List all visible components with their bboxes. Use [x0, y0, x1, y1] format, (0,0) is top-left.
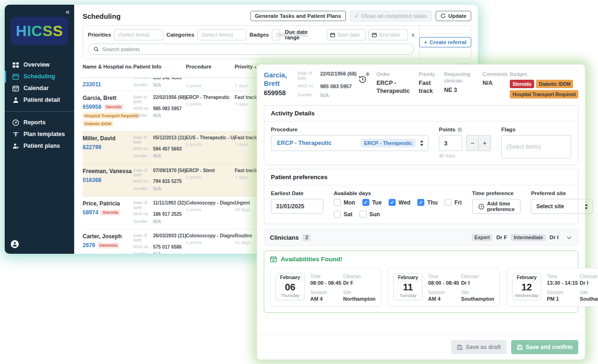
- templates-icon: [12, 131, 19, 138]
- badges-select[interactable]: (Select items): [272, 29, 280, 40]
- procedure-select[interactable]: ERCP - Therapeutic ERCP - Therapeutic: [271, 135, 429, 151]
- start-date-input[interactable]: Start date: [327, 29, 366, 40]
- badge-chip: Steroids: [510, 80, 534, 88]
- day-checkbox-mon[interactable]: Mon: [334, 199, 355, 206]
- modal-footer: Save as draft Save and confirm: [257, 334, 585, 359]
- checkbox[interactable]: [445, 199, 452, 206]
- sidebar-item-patient-plans[interactable]: Patient plans: [5, 140, 74, 152]
- checkbox[interactable]: [417, 199, 424, 206]
- chevron-down-icon: [566, 235, 572, 241]
- sidebar-item-plan-templates[interactable]: Plan templates: [5, 129, 74, 140]
- select-arrows-icon: [584, 204, 589, 210]
- checkbox[interactable]: [360, 211, 367, 218]
- sidebar-item-overview[interactable]: Overview: [5, 59, 74, 71]
- hospital-no-link[interactable]: 016368: [83, 177, 101, 183]
- availabilities-panel: Availabilities Found! February 06 Thursd…: [264, 250, 578, 313]
- day-checkbox-wed[interactable]: Wed: [389, 199, 410, 206]
- save-and-confirm-button[interactable]: Save and confirm: [511, 340, 578, 354]
- search-icon: [93, 46, 99, 52]
- filter-panel: Priorities (Select items) Categories (Se…: [83, 25, 471, 59]
- clear-dates-button[interactable]: x: [412, 32, 414, 38]
- create-referral-button[interactable]: + Create referral: [419, 37, 471, 47]
- date-tile: February 06 Thursday: [276, 273, 305, 300]
- hospital-no-link[interactable]: 822799: [83, 144, 101, 151]
- hospital-no: 659958: [264, 89, 293, 97]
- sidebar-item-calendar[interactable]: Calendar: [5, 83, 74, 94]
- date-tile: February 12 Wednesday: [512, 273, 541, 300]
- add-time-preference-button[interactable]: Add time preference: [472, 199, 521, 214]
- calendar-icon: [372, 32, 377, 38]
- hospital-no-link[interactable]: 58974: [83, 209, 98, 216]
- sidebar-item-label: Overview: [23, 61, 50, 68]
- requesting-clinician-label: Requesting clinician: [444, 71, 478, 84]
- checkbox[interactable]: [334, 199, 341, 206]
- sidebar-item-reports[interactable]: Reports: [5, 117, 74, 129]
- day-checkbox-sun[interactable]: Sun: [360, 211, 380, 218]
- end-date-input[interactable]: End date: [368, 29, 408, 40]
- hospital-no-link[interactable]: 659958: [83, 104, 101, 110]
- col-procedure[interactable]: Procedure: [186, 64, 235, 69]
- day-checkbox-fri[interactable]: Fri: [445, 199, 461, 206]
- logo-letter: I: [27, 23, 31, 40]
- generate-tasks-button[interactable]: Generate Tasks and Patient Plans: [250, 11, 346, 21]
- clinicians-title: Clinicians: [270, 234, 299, 241]
- hicss-logo: HICSS: [11, 17, 68, 45]
- col-patient-info[interactable]: Patient Info: [133, 64, 186, 69]
- check-icon: ✓: [354, 13, 359, 19]
- day-checkbox-tue[interactable]: Tue: [362, 199, 382, 206]
- sidebar-item-scheduling[interactable]: Scheduling: [5, 71, 74, 83]
- clinician-name: Dr F: [496, 235, 507, 240]
- points-decrement-button[interactable]: −: [466, 135, 479, 151]
- points-input[interactable]: 3: [439, 135, 462, 151]
- flags-label: Flags: [501, 127, 571, 132]
- points-increment-button[interactable]: +: [478, 135, 491, 151]
- history-count-badge: 0: [364, 71, 371, 77]
- save-as-draft-button[interactable]: Save as draft: [451, 340, 506, 354]
- available-days-label: Available days: [334, 190, 462, 196]
- update-button[interactable]: Update: [436, 11, 471, 21]
- badge-chip: Diabetic IDDM: [83, 121, 113, 127]
- categories-label: Categories: [166, 32, 194, 38]
- sidebar-item-label: Patient plans: [23, 143, 60, 150]
- sidebar-nav: Overview Scheduling Calendar Patient det…: [5, 59, 74, 152]
- search-input[interactable]: Search patients: [88, 44, 414, 55]
- clinicians-accordion[interactable]: Clinicians 2 Expert Dr F Intermediate Dr…: [264, 229, 578, 246]
- checkbox[interactable]: [334, 211, 341, 218]
- availability-card[interactable]: February 06 Thursday Time08:00 - 08:45 C…: [270, 268, 381, 307]
- sidebar-item-label: Scheduling: [23, 73, 55, 80]
- availability-card[interactable]: February 11 Tuesday Time08:00 - 08:45 Cl…: [388, 268, 500, 307]
- refresh-icon: [440, 13, 446, 19]
- earliest-date-input[interactable]: 31/01/2025: [271, 199, 323, 214]
- checkbox[interactable]: [389, 199, 396, 206]
- sidebar-item-patient-detail[interactable]: Patient detail: [5, 94, 74, 106]
- procedure-label: Procedure: [271, 127, 429, 132]
- close-completed-tasks-button[interactable]: ✓ Close all completed tasks: [350, 10, 432, 22]
- categories-select[interactable]: (Select items): [197, 29, 247, 40]
- day-checkbox-sat[interactable]: Sat: [334, 211, 353, 218]
- sidebar-collapse-icon[interactable]: «: [66, 8, 69, 15]
- patient-preferences-section: Patient preferences Earliest Date 31/01/…: [264, 169, 578, 224]
- sidebar-item-label: Plan templates: [23, 131, 65, 138]
- checkbox[interactable]: [362, 199, 369, 206]
- priorities-select[interactable]: (Select items): [114, 29, 164, 40]
- hospital-no-link[interactable]: 233011: [83, 81, 101, 88]
- calendar-icon: [12, 73, 19, 80]
- badge-chip: Steroids: [100, 210, 120, 216]
- availability-card[interactable]: February 12 Wednesday Time13:30 - 14:15 …: [506, 268, 598, 307]
- floppy-icon: [457, 344, 463, 350]
- flags-select[interactable]: (Select items): [501, 135, 571, 159]
- badges-label: Badges: [510, 71, 580, 77]
- calendar-icon: [330, 32, 335, 38]
- day-checkbox-thu[interactable]: Thu: [417, 199, 437, 206]
- col-name[interactable]: Name & Hospital no.: [83, 64, 133, 69]
- user-avatar-icon[interactable]: [11, 240, 19, 248]
- gauge-icon: [12, 119, 19, 126]
- history-button[interactable]: 0: [358, 71, 372, 99]
- sidebar-item-label: Reports: [23, 119, 46, 126]
- patient-name-link[interactable]: Garcia, Brett: [264, 71, 293, 88]
- preferred-site-select[interactable]: Select site: [531, 199, 593, 214]
- sidebar: « HICSS Overview Scheduling Calen: [5, 5, 74, 254]
- hospital-no-link[interactable]: 2679: [83, 242, 95, 249]
- patient-preferences-title: Patient preferences: [264, 169, 578, 185]
- patient-name: Miller, David: [83, 135, 133, 142]
